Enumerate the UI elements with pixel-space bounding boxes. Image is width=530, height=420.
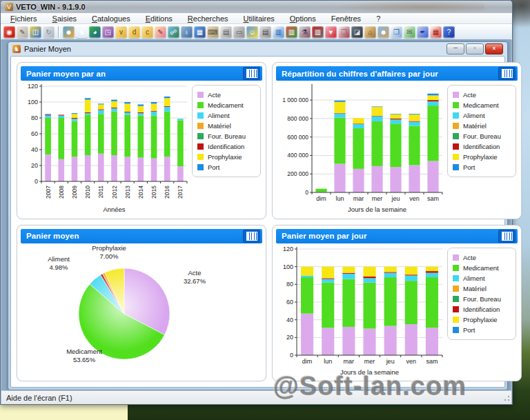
stylus-icon[interactable]: ✒ — [417, 26, 429, 38]
bar-segment — [427, 94, 438, 96]
svg-text:mar: mar — [344, 358, 355, 365]
bar-segment — [98, 114, 104, 154]
folder-d-icon[interactable]: d — [128, 26, 140, 38]
bar-segment — [151, 103, 157, 110]
documents-icon[interactable]: ❐ — [391, 26, 402, 38]
chart-panier-moyen-par-jour: 020406080100120dimlunmarmerjeuvensamJour… — [276, 243, 446, 380]
bar-segment — [85, 98, 91, 99]
legend-label: Aliment — [208, 112, 230, 119]
legend-item: Four. Bureau — [197, 131, 255, 141]
computer-icon[interactable]: ⌨ — [207, 26, 219, 38]
workstation-icon[interactable]: ▦ — [194, 26, 206, 38]
folder-c-icon[interactable]: c — [141, 26, 153, 38]
media-icon[interactable]: ◪ — [351, 26, 363, 38]
menu-fentres[interactable]: Fenêtres — [324, 14, 368, 23]
svg-text:80: 80 — [286, 281, 293, 288]
calendar-icon[interactable]: ▦ — [430, 26, 442, 38]
status-text: Aide de l'écran (F1) — [6, 394, 72, 402]
svg-text:400 000: 400 000 — [287, 152, 308, 159]
bar-segment — [58, 114, 64, 115]
products-icon[interactable]: ◳ — [102, 26, 114, 38]
legend-label: Medicament — [463, 264, 499, 272]
menu-options[interactable]: Options — [283, 14, 323, 23]
bar-segment — [363, 282, 375, 328]
bar-segment — [98, 154, 104, 181]
bar-segment — [111, 108, 117, 108]
bar-segment — [45, 116, 51, 118]
menu-fichiers[interactable]: Fichiers — [3, 14, 44, 23]
bar-segment — [334, 113, 345, 114]
microscope-icon[interactable]: ⚗ — [299, 26, 311, 38]
panier-moyen-window: ♞ Panier Moyen ─ ▫ x Panier moyen par an — [8, 41, 508, 390]
bar-segment — [363, 276, 375, 278]
svg-text:80: 80 — [31, 114, 38, 121]
table-view-button[interactable] — [498, 67, 516, 80]
printer-icon[interactable]: ▤ — [220, 26, 232, 38]
bar-chart-svg: 0200 000400 000600 000800 0001 000 000di… — [276, 81, 446, 214]
bar-segment — [45, 114, 51, 114]
printer-2-icon[interactable]: ▤ — [259, 26, 271, 38]
mail-valid-icon[interactable]: ✉ — [404, 26, 415, 38]
library-icon[interactable]: ▥ — [312, 26, 324, 38]
chart-legend: ActeMedicamentAlimentMatérielFour. Burea… — [447, 248, 516, 340]
menu-?[interactable]: ? — [369, 14, 387, 23]
folder-v-icon[interactable]: v — [115, 26, 127, 38]
contacts-icon[interactable]: ☻ — [377, 26, 389, 38]
internet-icon[interactable]: ◕ — [89, 26, 101, 38]
catalog-icon[interactable]: ▥ — [286, 26, 297, 38]
table-view-button[interactable] — [243, 67, 260, 80]
resize-grip[interactable] — [503, 395, 510, 402]
print-setup-icon[interactable]: ✎ — [17, 26, 28, 38]
table-view-button[interactable] — [498, 230, 516, 243]
folder-edit-icon[interactable]: ✎ — [155, 26, 166, 38]
sitemap-icon[interactable]: ♁ — [181, 26, 193, 38]
bar-segment — [353, 123, 364, 124]
legend-item: Prophylaxie — [197, 152, 255, 162]
table-view-button[interactable] — [243, 230, 260, 243]
sticky-note-window[interactable] — [0, 404, 128, 420]
bar-segment — [384, 272, 397, 277]
legend-item: Matériel — [453, 121, 511, 131]
legend-swatch — [453, 286, 459, 292]
legend-label: Four. Bureau — [463, 132, 501, 140]
refresh-icon[interactable]: ↻ — [43, 26, 55, 38]
bar-segment — [151, 112, 157, 116]
chart-panier-moyen-par-an: 0204060801001202007200820092010201120122… — [21, 81, 190, 217]
main-titlebar[interactable]: V VETO_WIN - 9.1.9.0 — [1, 1, 512, 13]
menu-recherches[interactable]: Recherches — [181, 14, 235, 23]
svg-text:2008: 2008 — [58, 186, 65, 199]
legend-swatch — [453, 296, 459, 302]
legend-item: Identification — [453, 304, 511, 314]
clients-icon[interactable]: ☻ — [63, 26, 75, 38]
bar-segment — [427, 161, 438, 192]
scanner-icon[interactable]: ▭ — [233, 26, 245, 38]
bar-segment — [342, 272, 355, 273]
help-icon[interactable]: ? — [443, 26, 455, 38]
bar-segment — [334, 114, 345, 118]
save-icon[interactable]: ◫ — [30, 26, 41, 38]
bar-segment — [301, 277, 313, 314]
user-idea-icon[interactable]: ☺ — [246, 26, 258, 38]
minimize-button[interactable]: ─ — [446, 43, 464, 54]
menu-editions[interactable]: Editions — [139, 14, 179, 23]
child-titlebar[interactable]: ♞ Panier Moyen ─ ▫ x — [8, 42, 507, 55]
legend-item: Identification — [197, 141, 255, 152]
book-icon[interactable]: ❒ — [338, 26, 350, 38]
menu-saisies[interactable]: Saisies — [46, 14, 84, 23]
close-button[interactable]: x — [485, 43, 503, 54]
menu-catalogues[interactable]: Catalogues — [85, 14, 137, 23]
health-icon[interactable]: ♥ — [325, 26, 337, 38]
restore-button[interactable]: ▫ — [466, 43, 484, 54]
legend-label: Port — [208, 163, 219, 171]
network-icon[interactable]: ☍ — [168, 26, 179, 38]
legend-label: Identification — [208, 143, 244, 150]
bar-segment — [426, 328, 438, 355]
svg-text:0: 0 — [290, 352, 293, 359]
legend-swatch — [197, 92, 204, 98]
statistics-icon[interactable]: ▥ — [273, 26, 284, 38]
menu-utilitaires[interactable]: Utilitaires — [237, 14, 282, 23]
home-icon[interactable]: ⌂ — [364, 26, 376, 38]
bar-segment — [72, 121, 78, 157]
animals-icon[interactable]: ♞ — [76, 26, 88, 38]
quit-icon[interactable]: ◉ — [3, 26, 15, 38]
